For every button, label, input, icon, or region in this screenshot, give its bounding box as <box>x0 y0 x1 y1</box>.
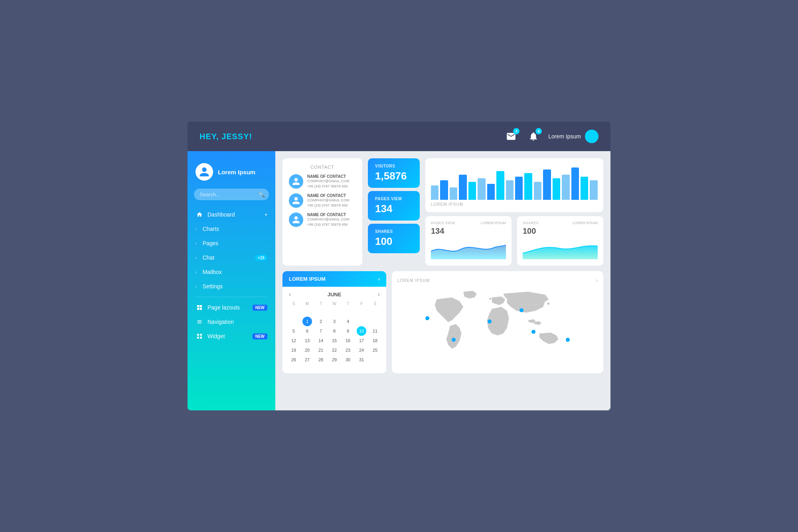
calendar-header-chevron[interactable]: › <box>378 276 380 282</box>
pages-view-label: PAGES VIEW <box>375 197 413 201</box>
calendar-day-empty <box>289 307 298 317</box>
calendar-day[interactable]: 29 <box>330 355 339 365</box>
calendar-day[interactable]: 18 <box>370 336 380 345</box>
small-stat-top-1: PAGES VIEW LOREM IPSUM <box>431 221 506 225</box>
sidebar-item-dashboard[interactable]: Dashboard ▾ <box>188 207 275 222</box>
calendar-day[interactable]: 17 <box>357 336 366 345</box>
sidebar-item-page-layouts[interactable]: Page lazouts NEW <box>188 300 275 315</box>
sidebar-item-mailbox[interactable]: › Mailbox <box>188 265 275 279</box>
pages-label: Pages <box>203 240 219 246</box>
calendar-day[interactable]: 24 <box>357 345 366 355</box>
calendar-day[interactable]: 15 <box>330 336 339 345</box>
calendar-day[interactable]: 22 <box>330 345 339 355</box>
calendar-day-empty <box>316 307 326 317</box>
calendar-day[interactable]: 4 <box>343 317 353 326</box>
calendar-prev[interactable]: ‹ <box>289 291 291 298</box>
app-container: HEY, JESSY! 3 5 Lorem Ipsum Lorem <box>188 122 610 410</box>
mailbox-chevron: › <box>196 270 197 274</box>
bar-chart-card: LOREM IPSUM <box>425 158 603 212</box>
calendar-month: JUNE <box>328 292 342 298</box>
calendar-day[interactable]: 2 <box>316 317 326 326</box>
calendar-day-empty <box>302 307 312 317</box>
sidebar-item-widget[interactable]: Widget NEW <box>188 329 275 343</box>
calendar-day-empty <box>370 307 380 317</box>
page-layouts-badge: NEW <box>253 305 267 311</box>
nav-section: Dashboard ▾ › Charts › Pages › Chat +15 <box>188 207 275 402</box>
calendar-day-empty <box>343 307 353 317</box>
calendar-day[interactable]: 5 <box>289 326 298 336</box>
bar <box>450 187 457 200</box>
contact-email-1: COMPANY@GMAIL.COM <box>307 179 349 184</box>
right-column: LOREM IPSUM PAGES VIEW LOREM IPSUM 134 <box>425 158 603 266</box>
sidebar-item-charts[interactable]: › Charts <box>188 222 275 236</box>
user-name: Lorem Ipsum <box>548 133 581 140</box>
calendar-day[interactable]: 9 <box>343 326 353 336</box>
profile-avatar <box>196 163 213 181</box>
small-stat-top-2: SHARES LOREM IPSUM <box>523 221 598 225</box>
calendar-day[interactable]: 23 <box>343 345 353 355</box>
chat-badge: +15 <box>255 255 267 261</box>
bar <box>496 171 504 200</box>
calendar-day[interactable]: 1 <box>302 317 312 326</box>
contact-phone-2: +95 (24) 4767 30679 456 <box>307 203 349 208</box>
bell-button[interactable]: 5 <box>526 129 541 144</box>
settings-label: Settings <box>203 283 223 290</box>
contact-name-1: NAME OF CONTACT <box>307 174 349 179</box>
calendar-day[interactable]: 21 <box>316 345 326 355</box>
mail-button[interactable]: 3 <box>504 129 519 144</box>
topbar-right: 3 5 Lorem Ipsum <box>504 129 598 144</box>
calendar-day-empty <box>357 307 366 317</box>
calendar-day[interactable]: 11 <box>370 326 380 336</box>
calendar-day[interactable]: 8 <box>330 326 339 336</box>
small-stat-value-1: 134 <box>431 227 506 236</box>
calendar-day[interactable]: 25 <box>370 345 380 355</box>
small-stat-shares: SHARES LOREM IPSUM 100 <box>517 216 603 266</box>
sidebar-item-pages[interactable]: › Pages <box>188 236 275 250</box>
map-card-title: LOREM IPSUM <box>397 278 430 283</box>
calendar-week-row <box>287 307 381 317</box>
topbar: HEY, JESSY! 3 5 Lorem Ipsum <box>188 122 610 151</box>
calendar-day[interactable]: 28 <box>316 355 326 365</box>
map-dot-1 <box>452 338 456 342</box>
pages-view-card: PAGES VIEW 134 <box>368 191 420 221</box>
calendar-day[interactable]: 31 <box>357 355 366 365</box>
sidebar-item-settings[interactable]: › Settings <box>188 279 275 294</box>
pages-view-value: 134 <box>375 203 413 215</box>
calendar-day[interactable]: 26 <box>289 355 298 365</box>
search-input[interactable] <box>194 189 269 200</box>
calendar-day[interactable]: 7 <box>316 326 326 336</box>
shares-value: 100 <box>375 235 413 248</box>
bar <box>543 169 551 200</box>
sidebar-search[interactable]: 🔍 <box>194 189 269 200</box>
home-icon <box>196 211 203 218</box>
calendar-day[interactable]: 6 <box>302 326 312 336</box>
contact-email-2: COMPANY@GMAIL.COM <box>307 198 349 203</box>
bar <box>590 180 597 200</box>
calendar-week-row: 19202122232425 <box>287 345 381 355</box>
page-layouts-label: Page lazouts <box>207 304 240 311</box>
calendar-day[interactable]: 16 <box>343 336 353 345</box>
calendar-next[interactable]: › <box>378 291 380 298</box>
bar <box>440 180 448 200</box>
calendar-week-row: 567891011 <box>287 326 381 336</box>
bar-chart <box>431 164 598 200</box>
calendar-day[interactable]: 19 <box>289 345 298 355</box>
calendar-day[interactable]: 30 <box>343 355 353 365</box>
bar <box>468 182 476 200</box>
calendar-day[interactable]: 14 <box>316 336 326 345</box>
calendar-day[interactable]: 10 <box>357 326 366 336</box>
contact-item-3[interactable]: NAME OF CONTACT COMPANY@GMAIL.COM +95 (2… <box>289 213 356 227</box>
calendar-day[interactable]: 3 <box>330 317 339 326</box>
calendar-day[interactable]: 27 <box>302 355 312 365</box>
calendar-day[interactable]: 20 <box>302 345 312 355</box>
bar-chart-label: LOREM IPSUM <box>431 202 598 207</box>
sidebar: Lorem Ipsum 🔍 Dashboard ▾ › Charts <box>188 151 275 410</box>
contact-item-2[interactable]: NAME OF CONTACT COMPANY@GMAIL.COM +95 (2… <box>289 193 356 208</box>
calendar-day[interactable]: 12 <box>289 336 298 345</box>
sidebar-item-chat[interactable]: › Chat +15 <box>188 250 275 265</box>
calendar-day[interactable]: 13 <box>302 336 312 345</box>
bar <box>553 178 560 200</box>
sidebar-item-navigation[interactable]: Navigation <box>188 315 275 329</box>
contact-item-1[interactable]: NAME OF CONTACT COMPANY@GMAIL.COM +95 (2… <box>289 174 356 189</box>
map-chevron[interactable]: › <box>596 277 598 284</box>
